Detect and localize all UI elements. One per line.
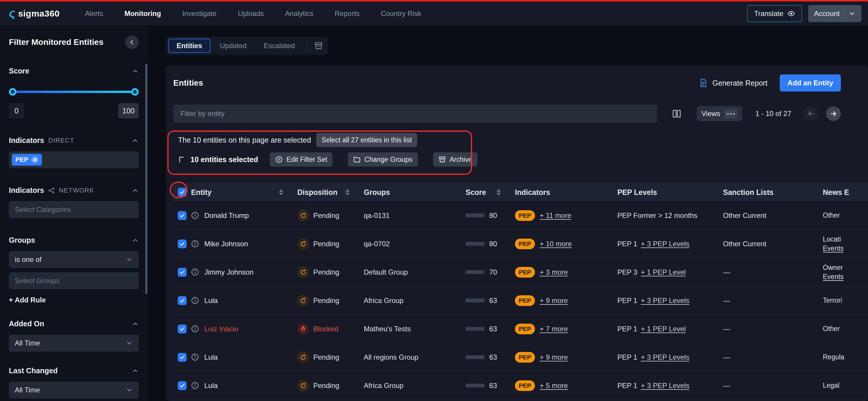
entity-name[interactable]: Lula (204, 353, 218, 362)
change-groups-button[interactable]: Change Groups (348, 152, 417, 166)
pep-levels-link[interactable]: + 3 PEP Levels (641, 297, 689, 305)
news-events-value[interactable]: Locati (823, 235, 868, 244)
table-row[interactable]: Luiz Inácio Blocked Matheu's Tests 63 PE… (173, 315, 868, 343)
logo[interactable]: ς sigma360 (9, 8, 60, 20)
info-icon[interactable] (191, 381, 199, 390)
more-indicators-link[interactable]: + 9 more (540, 297, 568, 305)
views-button[interactable]: Views (697, 106, 742, 121)
table-row[interactable]: Lula Pending Africa Group 63 PEP+ 5 more… (173, 371, 868, 400)
pep-levels-link[interactable]: + 3 PEP Levels (641, 353, 689, 362)
select-categories-input[interactable]: Select Categories (9, 201, 139, 218)
pep-indicator-badge[interactable]: PEP (515, 267, 535, 278)
more-indicators-link[interactable]: + 5 more (540, 381, 568, 390)
close-icon[interactable]: ✕ (31, 156, 38, 163)
entity-name[interactable]: Donald Trump (204, 211, 249, 220)
entity-name[interactable]: Luiz Inácio (204, 325, 238, 333)
news-events-value[interactable]: Other (823, 211, 868, 220)
select-all-button[interactable]: Select all 27 entities in this list (316, 133, 417, 147)
columns-icon[interactable] (669, 106, 684, 121)
entity-name[interactable]: Jimmy Johnson (204, 268, 254, 276)
info-icon[interactable] (191, 211, 199, 219)
pep-indicator-badge[interactable]: PEP (515, 352, 535, 363)
table-row[interactable]: Jimmy Johnson Pending Default Group 70 P… (173, 258, 868, 286)
sort-icon[interactable] (345, 189, 349, 195)
edit-filter-set-button[interactable]: Edit Filter Set (270, 152, 333, 166)
table-row[interactable]: Lula Pending All regions Group 63 PEP+ 9… (173, 343, 868, 371)
pep-indicator-badge[interactable]: PEP (515, 380, 535, 391)
pep-levels-link[interactable]: + 3 PEP Levels (641, 381, 689, 390)
more-indicators-link[interactable]: + 10 more (540, 240, 572, 248)
nav-item-alerts[interactable]: Alerts (85, 9, 103, 18)
entity-name[interactable]: Lula (204, 297, 218, 305)
more-indicators-link[interactable]: + 7 more (540, 325, 568, 333)
sort-icon[interactable] (279, 189, 283, 195)
archived-view-icon[interactable] (311, 39, 326, 53)
pep-indicator-badge[interactable]: PEP (515, 295, 535, 306)
tab-escalated[interactable]: Escalated (256, 39, 302, 53)
more-indicators-link[interactable]: + 11 more (540, 211, 571, 220)
news-events-value[interactable]: Legal (823, 381, 868, 390)
row-checkbox[interactable] (178, 211, 187, 220)
chevron-up-icon[interactable] (132, 68, 139, 75)
row-checkbox[interactable] (178, 353, 187, 362)
info-icon[interactable] (191, 353, 199, 361)
direct-indicators-field[interactable]: PEP ✕ (9, 151, 139, 168)
tab-entities[interactable]: Entities (168, 39, 211, 53)
last-changed-select[interactable]: All Time (9, 381, 139, 399)
nav-item-monitoring[interactable]: Monitoring (124, 9, 161, 18)
nav-item-investigate[interactable]: Investigate (182, 9, 216, 18)
news-events-value[interactable]: Regula (823, 352, 868, 362)
pep-indicator-badge[interactable]: PEP (515, 210, 535, 221)
entity-name[interactable]: Mike Johnson (204, 240, 248, 248)
next-page-button[interactable] (826, 106, 841, 121)
translate-button[interactable]: Translate (747, 5, 802, 22)
previous-page-button[interactable] (804, 106, 818, 121)
chevron-up-icon[interactable] (132, 320, 139, 328)
slider-handle-min[interactable] (9, 88, 17, 96)
row-checkbox[interactable] (178, 296, 187, 305)
nav-item-analytics[interactable]: Analytics (285, 9, 314, 18)
generate-report-button[interactable]: Generate Report (699, 79, 767, 87)
entity-name[interactable]: Lula (204, 381, 218, 390)
more-indicators-link[interactable]: + 3 more (540, 268, 568, 276)
sidebar-collapse-button[interactable] (125, 35, 139, 49)
news-events-link[interactable]: Events (823, 272, 868, 281)
info-icon[interactable] (191, 325, 199, 333)
slider-handle-max[interactable] (131, 88, 139, 96)
chevron-up-icon[interactable] (132, 367, 139, 374)
nav-item-country-risk[interactable]: Country Risk (381, 9, 421, 18)
add-rule-button[interactable]: + Add Rule (9, 296, 139, 304)
news-events-link[interactable]: Events (823, 244, 868, 253)
info-icon[interactable] (191, 297, 199, 304)
pep-indicator-badge[interactable]: PEP (515, 323, 535, 334)
more-indicators-link[interactable]: + 9 more (540, 353, 568, 362)
news-events-value[interactable]: Other (823, 324, 868, 333)
chevron-up-icon[interactable] (132, 237, 139, 244)
nav-item-uploads[interactable]: Uploads (238, 9, 264, 18)
add-entity-button[interactable]: Add an Entity (780, 74, 841, 92)
row-checkbox[interactable] (178, 325, 187, 333)
chevron-up-icon[interactable] (132, 137, 139, 144)
row-checkbox[interactable] (178, 268, 187, 277)
pep-indicator-badge[interactable]: PEP (515, 239, 535, 249)
sort-icon[interactable] (497, 189, 501, 195)
groups-operator-select[interactable]: is one of (9, 251, 139, 268)
chevron-up-icon[interactable] (132, 187, 139, 194)
archive-button[interactable]: Archive (433, 152, 478, 166)
pep-levels-link[interactable]: + 1 PEP Level (641, 268, 686, 276)
pep-filter-chip[interactable]: PEP ✕ (12, 154, 42, 166)
added-on-select[interactable]: All Time (9, 335, 139, 352)
pep-levels-link[interactable]: + 1 PEP Level (641, 325, 686, 333)
pep-levels-link[interactable]: + 3 PEP Levels (641, 240, 689, 248)
row-checkbox[interactable] (178, 381, 187, 390)
row-checkbox[interactable] (178, 240, 187, 248)
news-events-value[interactable]: Owner (823, 263, 868, 272)
sidebar-scrollbar[interactable] (145, 64, 147, 294)
table-row[interactable]: Donald Trump Pending qa-0131 80 PEP+ 11 … (173, 202, 868, 230)
info-icon[interactable] (191, 268, 199, 276)
filter-entity-input[interactable] (173, 104, 657, 123)
table-row[interactable]: Lula Pending Africa Group 63 PEP+ 9 more… (173, 286, 868, 315)
nav-item-reports[interactable]: Reports (335, 9, 360, 18)
select-all-checkbox[interactable] (178, 188, 187, 197)
more-options-icon[interactable] (724, 109, 737, 118)
